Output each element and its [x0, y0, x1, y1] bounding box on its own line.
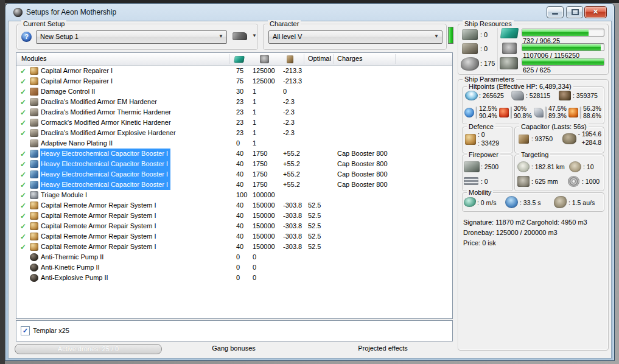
divider [475, 107, 477, 119]
cpu-usage: 100 [236, 190, 247, 200]
capbooster-module-icon [30, 181, 38, 189]
capacitor-usage: -2.3 [283, 107, 295, 117]
powergrid-usage: 1 [253, 117, 256, 128]
gang-bonuses-button[interactable]: Gang bonuses [155, 345, 313, 352]
kinetic-shield-resist: 47.5% [548, 105, 567, 112]
table-row[interactable]: Adaptive Nano Plating II01 [16, 138, 452, 149]
powergrid-usage: 100000 [253, 190, 275, 200]
table-row[interactable]: ✓Heavy Electrochemical Capacitor Booster… [16, 149, 452, 159]
hitpoints-group: Hitpoints (Effective HP: 6,489,334) : 26… [462, 86, 604, 124]
table-row[interactable]: ✓Damage Control II3010 [16, 86, 452, 97]
defence-group: Defence : 0 : 33429 [462, 127, 513, 153]
scan-resolution: : 625 mm [531, 178, 558, 185]
table-row[interactable]: ✓Capital Remote Armor Repair System I401… [16, 211, 452, 221]
optimal-range: 52.5 [308, 242, 321, 252]
column-charges[interactable]: Charges [337, 55, 363, 62]
title-bar[interactable]: Setups for Aeon Mothership ✕ [5, 4, 614, 21]
table-row[interactable]: ✓Capital Remote Armor Repair System I401… [16, 221, 452, 231]
app-icon [13, 8, 23, 17]
table-row[interactable]: ✓Capital Remote Armor Repair System I401… [16, 200, 452, 211]
hardener-module-icon [30, 139, 38, 147]
minimize-icon [552, 13, 558, 15]
capacitor-usage: -303.8 [283, 242, 302, 252]
capacitor-usage: -303.8 [283, 231, 302, 242]
table-row[interactable]: ✓Draclira's Modified Armor Thermic Harde… [16, 107, 452, 117]
cpu-icon[interactable] [234, 56, 245, 63]
powergrid-usage: 0 [253, 273, 256, 283]
pump-module-icon [30, 264, 38, 271]
table-row[interactable]: Anti-Thermic Pump II00 [16, 252, 452, 262]
module-name: Capital Remote Armor Repair System I [40, 211, 159, 221]
structure-icon [559, 91, 571, 100]
table-row[interactable]: Anti-Kinetic Pump II00 [16, 262, 452, 273]
capacitor-usage: -2.3 [283, 117, 295, 128]
targeting-range-icon [517, 161, 530, 172]
dcu-module-icon [30, 88, 38, 96]
powergrid-usage: 1750 [253, 169, 267, 180]
module-name: Capital Armor Repairer I [40, 66, 115, 76]
table-row[interactable]: Anti-Explosive Pump II00 [16, 273, 452, 283]
hardener-module-icon [30, 108, 38, 116]
table-row[interactable]: ✓Capital Remote Armor Repair System I401… [16, 242, 452, 252]
powergrid-icon[interactable] [260, 55, 269, 63]
maximize-icon [572, 9, 579, 15]
column-separator [333, 54, 334, 64]
close-button[interactable]: ✕ [584, 6, 607, 18]
scan-resolution-icon [517, 176, 530, 187]
table-row[interactable]: ✓Capital Armor Repairer I75125000-213.3 [16, 66, 452, 76]
current-setup-label: Current Setup [21, 20, 66, 28]
column-separator [304, 54, 304, 64]
table-row[interactable]: ✓Draclira's Modified Armor Explosive Har… [16, 128, 452, 138]
character-label: Character [268, 20, 301, 28]
powergrid-bar [522, 43, 604, 51]
pump-module-icon [30, 274, 38, 282]
remote-module-icon [30, 212, 38, 220]
capbooster-module-icon [30, 170, 38, 178]
minimize-button[interactable] [547, 6, 564, 18]
check-icon: ✓ [20, 128, 26, 139]
cpu-usage: 30 [236, 86, 243, 97]
module-name: Anti-Thermic Pump II [40, 252, 106, 262]
modules-table-header[interactable]: Modules Optimal Charges [16, 53, 452, 66]
cpu-usage: 40 [236, 149, 243, 159]
table-row[interactable]: ✓Cormack's Modified Armor Kinetic Harden… [16, 117, 452, 128]
dronebay-value: Dronebay: 125000 / 200000 m3 [463, 229, 558, 236]
projected-effects-button[interactable]: Projected effects [307, 345, 459, 352]
column-separator [229, 54, 230, 64]
missile-icon [464, 177, 478, 185]
window-title: Setups for Aeon Mothership [26, 8, 116, 16]
sensor-strength-icon [568, 176, 579, 187]
thermal-shield-resist: 30% [514, 105, 526, 112]
capacitor-icon[interactable] [287, 55, 293, 63]
table-row[interactable]: ✓Triage Module I100100000 [16, 190, 452, 200]
shield-hp-value: : 265625 [479, 92, 504, 99]
align-time: : 33.5 s [520, 199, 540, 206]
ship-select-button[interactable]: ▼ [231, 30, 259, 43]
drone-checkbox[interactable]: ✓ [21, 326, 30, 335]
table-row[interactable]: ✓Capital Armor Repairer I75125000-213.3 [16, 76, 452, 86]
module-name: Cormack's Modified Armor Kinetic Hardene… [40, 117, 173, 128]
column-optimal[interactable]: Optimal [308, 55, 331, 62]
table-row[interactable]: ✓Heavy Electrochemical Capacitor Booster… [16, 159, 452, 169]
hardener-module-icon [30, 98, 38, 106]
module-name: Anti-Explosive Pump II [40, 273, 111, 283]
drone-bar [522, 58, 604, 66]
active-drones-button[interactable]: Active drones: 25 / 0 [15, 344, 162, 354]
powergrid-usage: 1 [253, 97, 256, 107]
table-row[interactable]: ✓Heavy Electrochemical Capacitor Booster… [16, 169, 452, 180]
cpu-icon [500, 28, 519, 38]
table-row[interactable]: ✓Heavy Electrochemical Capacitor Booster… [16, 180, 452, 190]
maximize-button[interactable] [566, 6, 583, 18]
chevron-down-icon: ▼ [219, 33, 223, 39]
chevron-down-icon: ▼ [434, 33, 439, 39]
table-row[interactable]: ✓Draclira's Modified Armor EM Hardener23… [16, 97, 452, 107]
cpu-usage: 40 [236, 159, 243, 169]
character-combobox[interactable]: All level V ▼ [268, 30, 442, 44]
setup-combobox[interactable]: New Setup 1 ▼ [36, 30, 227, 44]
drone-label[interactable]: Templar x25 [33, 327, 69, 334]
help-icon[interactable]: ? [21, 32, 32, 42]
column-modules[interactable]: Modules [21, 55, 47, 62]
check-icon: ✓ [20, 159, 26, 170]
table-row[interactable]: ✓Capital Remote Armor Repair System I401… [16, 231, 452, 242]
drones-listbox: ✓ Templar x25 [16, 320, 453, 341]
